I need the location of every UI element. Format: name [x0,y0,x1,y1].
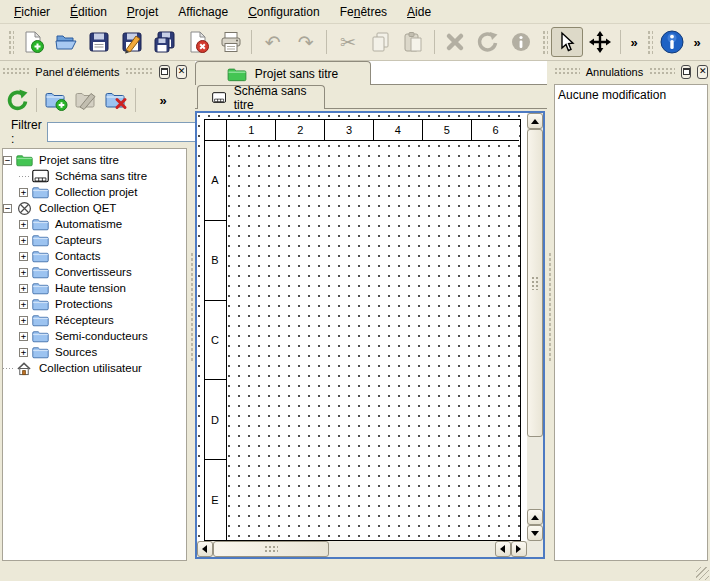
horizontal-scroll-thumb[interactable] [213,541,329,557]
tree-item-automatisme[interactable]: +Automatisme [3,216,186,232]
dock-close-button[interactable]: ✕ [176,65,187,79]
move-tool-button[interactable] [583,27,616,57]
horizontal-scroll-track[interactable] [329,541,495,557]
menu-item-fichier[interactable]: Fichier [4,2,60,22]
tree-item-collection-qet[interactable]: −Collection QET [3,200,186,216]
tree-expander-icon[interactable]: + [19,284,28,293]
column-header: 5 [422,120,471,141]
cut-button[interactable]: ✂ [331,27,364,57]
edit-category-button[interactable] [71,85,101,115]
tree-item-label: Capteurs [53,234,104,246]
project-folder-icon [227,66,247,82]
tree-expander-icon[interactable]: + [19,300,28,309]
tree-item-protections[interactable]: +Protections [3,296,186,312]
dock-float-button[interactable] [159,65,170,79]
tree-item-sources[interactable]: +Sources [3,344,186,360]
tree-expander-icon[interactable]: + [19,188,28,197]
new-category-button[interactable] [41,85,71,115]
tree-item-schema-sans-titre[interactable]: Schéma sans titre [3,168,186,184]
menu-item-configuration[interactable]: Configuration [238,2,330,22]
select-tool-button[interactable] [551,27,584,57]
dock-float-button[interactable] [681,65,692,79]
save-button[interactable] [83,27,116,57]
tree-expander-icon[interactable]: − [3,204,12,213]
rotate-button[interactable] [472,27,505,57]
toolbar-drag-handle[interactable] [646,29,653,55]
menu-item-aide[interactable]: Aide [397,2,441,22]
elements-tree: −Projet sans titreSchéma sans titre+Coll… [2,148,187,561]
scroll-up-button[interactable] [527,509,543,525]
copy-button[interactable] [364,27,397,57]
tree-item-projet-sans-titre[interactable]: −Projet sans titre [3,152,186,168]
reload-collections-button[interactable] [2,85,32,115]
delete-folder-icon [104,88,128,112]
tree-item-contacts[interactable]: +Contacts [3,248,186,264]
tree-expander-icon[interactable]: + [19,316,28,325]
tree-item-collection-projet[interactable]: +Collection projet [3,184,186,200]
menu-item-projet[interactable]: Projet [117,2,168,22]
tree-item-semi-conducteurs[interactable]: +Semi-conducteurs [3,328,186,344]
tree-item-haute-tension[interactable]: +Haute tension [3,280,186,296]
filter-input[interactable] [47,122,210,142]
toolbar-overflow-button[interactable]: » [625,29,642,55]
tree-item-label: Collection projet [53,186,139,198]
scroll-left-button[interactable] [495,541,511,557]
about-info-button[interactable] [656,27,689,57]
collection-folder-icon [31,280,49,296]
panel-overflow-button[interactable]: » [154,87,172,113]
print-button[interactable] [214,27,247,57]
tab-schema[interactable]: Schéma sans titre [197,85,325,109]
toolbar-drag-handle[interactable] [541,29,548,55]
schema-canvas[interactable]: 123456 ABCDE [197,113,527,541]
close-document-button[interactable] [181,27,214,57]
tree-expander-icon[interactable]: + [19,332,28,341]
undo-list-item[interactable]: Aucune modification [558,87,704,104]
tree-item-recepteurs[interactable]: +Récepteurs [3,312,186,328]
tree-expander-icon[interactable]: − [3,156,12,165]
dock-close-button[interactable]: ✕ [697,65,708,79]
menu-item-fenetres[interactable]: Fenêtres [330,2,397,22]
column-header: 4 [373,120,422,141]
tree-item-label: Convertisseurs [53,266,134,278]
redo-button[interactable]: ↷ [289,27,322,57]
filter-row: Filtrer : [0,118,189,146]
size-grip[interactable] [696,567,709,580]
elements-panel-titlebar[interactable]: Panel d'éléments ✕ [0,61,189,82]
open-button[interactable] [50,27,83,57]
tree-expander-icon[interactable]: + [19,236,28,245]
menu-item-affichage[interactable]: Affichage [168,2,238,22]
scroll-down-button[interactable] [527,525,543,541]
tree-item-collection-utilisateur[interactable]: Collection utilisateur [3,360,186,376]
horizontal-scrollbar[interactable] [197,541,527,557]
save-as-button[interactable] [116,27,149,57]
save-all-button[interactable] [149,27,182,57]
paste-button[interactable] [397,27,430,57]
vertical-scrollbar[interactable] [527,113,543,541]
pointer-icon [556,31,578,53]
scroll-up-button[interactable] [527,113,543,129]
vertical-scroll-thumb[interactable] [527,129,543,437]
tree-item-convertisseurs[interactable]: +Convertisseurs [3,264,186,280]
tree-expander-icon[interactable]: + [19,348,28,357]
undo-panel-titlebar[interactable]: Annulations ✕ [552,61,710,82]
tree-expander-icon[interactable]: + [19,252,28,261]
qet-collection-icon [15,200,33,216]
new-document-button[interactable] [17,27,50,57]
information-button[interactable] [505,27,538,57]
print-icon [219,30,243,54]
menu-item-edition[interactable]: Édition [60,2,117,22]
tab-project[interactable]: Projet sans titre [195,61,371,85]
scroll-right-button[interactable] [511,541,527,557]
scroll-left-button[interactable] [197,541,213,557]
undo-button[interactable]: ↶ [256,27,289,57]
tree-item-label: Automatisme [53,218,124,230]
vertical-scroll-track[interactable] [527,437,543,509]
toolbar-overflow-button[interactable]: » [688,29,705,55]
delete-category-button[interactable] [101,85,131,115]
toolbar-drag-handle[interactable] [7,29,14,55]
right-splitter-handle[interactable] [547,61,553,563]
tree-item-capteurs[interactable]: +Capteurs [3,232,186,248]
tree-expander-icon[interactable]: + [19,268,28,277]
delete-button[interactable] [439,27,472,57]
tree-expander-icon[interactable]: + [19,220,28,229]
